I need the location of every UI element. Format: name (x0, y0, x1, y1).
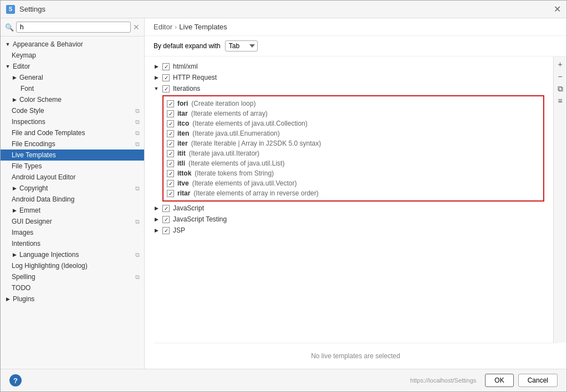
sidebar-item-code-style[interactable]: Code Style ⧉ (1, 105, 144, 116)
group-html-xml[interactable]: ▶ html/xml (154, 61, 544, 72)
copy-icon: ⧉ (135, 251, 140, 259)
sidebar-item-android-layout-editor[interactable]: Android Layout Editor (1, 172, 144, 183)
sidebar-item-label: General (19, 74, 43, 81)
sidebar-item-inspections[interactable]: Inspections ⧉ (1, 116, 144, 127)
sidebar-item-editor[interactable]: ▼ Editor (1, 61, 144, 72)
app-icon: S (6, 5, 15, 14)
template-checkbox-ritar[interactable] (167, 190, 174, 197)
group-name-iterations: Iterations (173, 85, 200, 92)
sidebar-item-color-scheme[interactable]: ▶ Color Scheme (1, 94, 144, 105)
template-checkbox-itve[interactable] (167, 180, 174, 187)
sidebar-item-intentions[interactable]: Intentions (1, 238, 144, 249)
sidebar-item-file-and-code-templates[interactable]: File and Code Templates ⧉ (1, 127, 144, 138)
group-checkbox-http-request[interactable] (162, 74, 170, 81)
sidebar-item-keymap[interactable]: Keymap (1, 50, 144, 61)
template-row-itco: itco (Iterate elements of java.util.Coll… (167, 118, 540, 128)
template-name-itit: itit (177, 149, 186, 157)
arrow-icon: ▼ (5, 64, 11, 69)
bottom-bar: ? https://localhost/Settings OK Cancel (1, 369, 566, 391)
sidebar-item-label: Inspections (12, 118, 45, 126)
expand-select[interactable]: Tab Enter Space (225, 40, 258, 51)
group-jsp[interactable]: ▶ JSP (154, 225, 544, 236)
sidebar-item-label: Editor (13, 63, 30, 70)
sidebar-item-emmet[interactable]: ▶ Emmet (1, 205, 144, 216)
group-checkbox-jsp[interactable] (162, 227, 170, 234)
sidebar-item-appearance[interactable]: ▼ Appearance & Behavior (1, 39, 144, 50)
template-checkbox-iten[interactable] (167, 130, 174, 137)
copy-icon: ⧉ (135, 274, 140, 281)
template-desc-iten: (Iterate java.util.Enumeration) (192, 130, 279, 137)
sidebar-item-font[interactable]: Font (1, 83, 144, 94)
sidebar-item-label: Android Data Binding (12, 195, 74, 203)
sidebar-item-label: File Encodings (12, 140, 55, 148)
sidebar-item-label: Font (21, 85, 34, 92)
copy-icon: ⧉ (135, 218, 140, 225)
group-arrow-icon: ▶ (154, 64, 159, 69)
sidebar-item-label: File Types (12, 162, 42, 170)
sidebar-item-android-data-binding[interactable]: Android Data Binding (1, 194, 144, 205)
sidebar-item-label: Images (12, 229, 33, 236)
template-checkbox-fori[interactable] (167, 100, 174, 107)
template-name-itli: itli (177, 159, 185, 167)
search-bar: 🔍 ✕ (1, 18, 144, 37)
remove-button[interactable]: − (555, 71, 566, 82)
expand-toolbar: By default expand with Tab Enter Space (145, 36, 566, 56)
add-button[interactable]: + (555, 59, 566, 70)
group-checkbox-javascript[interactable] (162, 205, 170, 212)
sidebar-item-general[interactable]: ▶ General (1, 72, 144, 83)
breadcrumb-separator: › (175, 23, 177, 31)
search-icon: 🔍 (5, 23, 14, 32)
template-checkbox-itco[interactable] (167, 120, 174, 127)
sidebar-item-copyright[interactable]: ▶ Copyright ⧉ (1, 183, 144, 194)
template-checkbox-itli[interactable] (167, 160, 174, 167)
arrow-icon: ▼ (5, 42, 11, 47)
template-checkbox-itit[interactable] (167, 150, 174, 157)
group-iterations[interactable]: ▼ Iterations (154, 83, 544, 94)
template-checkbox-iter[interactable] (167, 140, 174, 147)
group-javascript-testing[interactable]: ▶ JavaScript Testing (154, 214, 544, 225)
group-name-html-xml: html/xml (173, 63, 198, 70)
group-http-request[interactable]: ▶ HTTP Request (154, 72, 544, 83)
menu-button[interactable]: ≡ (555, 95, 566, 106)
sidebar-item-todo[interactable]: TODO (1, 282, 144, 293)
sidebar-item-file-types[interactable]: File Types (1, 161, 144, 172)
template-checkbox-ittok[interactable] (167, 170, 174, 177)
sidebar-item-label: Intentions (12, 240, 40, 247)
template-row-ittok: ittok (Iterate tokens from String) (167, 168, 540, 178)
sidebar-item-label: Android Layout Editor (12, 173, 75, 181)
copy-icon: ⧉ (135, 185, 140, 192)
search-clear-button[interactable]: ✕ (133, 23, 140, 32)
template-row-itit: itit (Iterate java.util.Iterator) (167, 148, 540, 158)
ok-button[interactable]: OK (485, 374, 513, 387)
sidebar-item-gui-designer[interactable]: GUI Designer ⧉ (1, 216, 144, 227)
template-checkbox-itar[interactable] (167, 110, 174, 117)
help-button[interactable]: ? (9, 374, 22, 386)
sidebar-item-label: Live Templates (12, 151, 56, 159)
sidebar-item-language-injections[interactable]: ▶ Language Injections ⧉ (1, 249, 144, 260)
sidebar-item-label: Keymap (12, 51, 36, 59)
sidebar-item-label: File and Code Templates (12, 129, 85, 137)
sidebar-item-spelling[interactable]: Spelling ⧉ (1, 271, 144, 282)
window-title: Settings (19, 5, 45, 13)
copy-button[interactable]: ⧉ (555, 83, 566, 94)
template-name-iter: iter (177, 140, 188, 147)
search-input[interactable] (16, 22, 131, 33)
sidebar: 🔍 ✕ ▼ Appearance & Behavior Keymap ▼ Edi… (1, 18, 145, 369)
sidebar-item-plugins[interactable]: ▶ Plugins (1, 293, 144, 305)
close-button[interactable]: ✕ (554, 5, 561, 14)
sidebar-item-images[interactable]: Images (1, 227, 144, 238)
group-checkbox-iterations[interactable] (162, 85, 170, 92)
group-checkbox-html-xml[interactable] (162, 63, 170, 70)
title-bar-left: S Settings (6, 5, 45, 14)
sidebar-item-log-highlighting[interactable]: Log Highlighting (Ideolog) (1, 260, 144, 271)
template-desc-itve: (Iterate elements of java.util.Vector) (192, 179, 297, 187)
template-desc-itli: (Iterate elements of java.util.List) (188, 159, 284, 167)
group-checkbox-javascript-testing[interactable] (162, 216, 170, 223)
group-name-http-request: HTTP Request (173, 74, 217, 81)
sidebar-item-live-templates[interactable]: Live Templates (1, 149, 144, 161)
cancel-button[interactable]: Cancel (518, 374, 558, 387)
group-arrow-icon: ▶ (154, 75, 159, 80)
group-javascript[interactable]: ▶ JavaScript (154, 203, 544, 214)
sidebar-item-file-encodings[interactable]: File Encodings ⧉ (1, 138, 144, 149)
arrow-icon: ▶ (5, 296, 11, 302)
